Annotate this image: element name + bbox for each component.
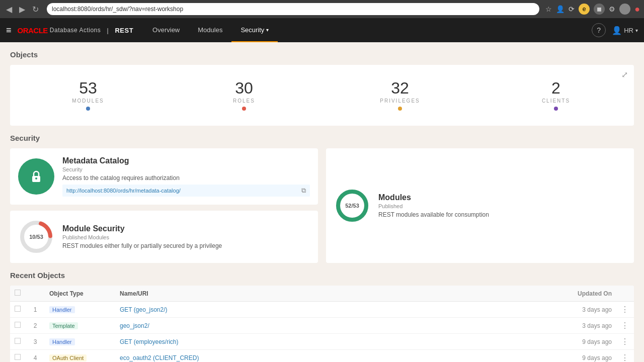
- refresh-button[interactable]: ↻: [30, 4, 41, 15]
- main-content: Objects ⤢ 53 MODULES 30 ROLES 32 PRIVILE…: [0, 42, 644, 362]
- back-button[interactable]: ◀: [4, 4, 14, 15]
- more-options-icon[interactable]: ⋮: [621, 353, 629, 362]
- stat-modules: 53 MODULES: [10, 75, 166, 116]
- history-icon[interactable]: ⟳: [569, 5, 575, 13]
- object-link[interactable]: eco_oauth2 (CLIENT_CRED): [120, 354, 199, 361]
- privileges-dot: [398, 107, 402, 111]
- table-body: 1 Handler GET (geo_json2/) 3 days ago ⋮ …: [10, 302, 634, 362]
- copy-url-button[interactable]: ⧉: [301, 187, 306, 195]
- nav-overview[interactable]: Overview: [143, 18, 189, 42]
- app-header: ≡ ORACLE Database Actions | REST Overvie…: [0, 18, 644, 42]
- row-updated: 3 days ago: [535, 322, 616, 329]
- modules-card-title: Modules: [378, 193, 489, 202]
- user-menu[interactable]: 👤 HR ▾: [612, 26, 638, 35]
- close-icon[interactable]: ●: [634, 4, 640, 15]
- table-row: 2 Template geo_json2/ 3 days ago ⋮: [10, 318, 634, 334]
- privileges-count: 32: [322, 80, 478, 96]
- profile-icon[interactable]: [619, 4, 630, 15]
- metadata-catalog-desc: Access to the catalog requires authoriza…: [62, 174, 310, 182]
- recent-objects-table: Object Type Name/URI Updated On 1 Handle…: [10, 286, 634, 362]
- row-actions[interactable]: ⋮: [616, 305, 634, 314]
- logo-divider: |: [107, 27, 109, 34]
- browser-toolbar-icons: ☆ 👤 ⟳ e ◼ ⚙ ●: [545, 4, 640, 15]
- module-security-donut: 10/53: [18, 219, 54, 255]
- app-nav: Overview Modules Security ▾: [143, 18, 278, 42]
- stat-clients: 2 CLIENTS: [478, 75, 634, 116]
- row-actions[interactable]: ⋮: [616, 353, 634, 362]
- url-bar[interactable]: localhost:8080/ords/hr/_sdw/?nav=rest-wo…: [47, 3, 539, 15]
- clients-dot: [554, 107, 558, 111]
- modules-donut-label: 52/53: [345, 203, 359, 209]
- module-security-card: 10/53 Module Security Published Modules …: [10, 211, 318, 263]
- row-checkbox: [10, 354, 25, 361]
- row-num: 2: [25, 322, 45, 329]
- more-options-icon[interactable]: ⋮: [621, 337, 629, 346]
- privileges-label: PRIVILEGES: [322, 98, 478, 104]
- row-type: Handler: [45, 306, 116, 313]
- row-num: 4: [25, 354, 45, 361]
- object-link[interactable]: GET (employees/rich): [120, 338, 178, 345]
- nav-security[interactable]: Security ▾: [231, 18, 278, 42]
- row-select-checkbox[interactable]: [15, 306, 21, 312]
- security-left-col: Metadata Catalog Security Access to the …: [10, 148, 318, 263]
- oracle-logo-text: ORACLE: [18, 26, 48, 35]
- security-right-col: 52/53 Modules Published REST modules ava…: [326, 148, 634, 263]
- row-select-checkbox[interactable]: [15, 338, 21, 344]
- row-type: OAuth Client: [45, 354, 116, 361]
- select-all-checkbox[interactable]: [15, 290, 21, 296]
- nav-modules[interactable]: Modules: [189, 18, 231, 42]
- star-icon[interactable]: ☆: [545, 5, 552, 13]
- expand-icon[interactable]: ⤢: [621, 70, 628, 79]
- module-security-donut-label: 10/53: [29, 234, 43, 240]
- more-options-icon[interactable]: ⋮: [621, 321, 629, 330]
- user-label: HR: [624, 27, 633, 34]
- module-security-desc: REST modules either fully or partially s…: [62, 242, 222, 249]
- recent-objects-section: Recent Objects Object Type Name/URI Upda…: [10, 271, 634, 362]
- help-button[interactable]: ?: [592, 23, 606, 37]
- module-security-subtitle: Published Modules: [62, 234, 222, 240]
- modules-card: 52/53 Modules Published REST modules ava…: [326, 148, 634, 263]
- extensions-icon[interactable]: ⚙: [609, 5, 615, 13]
- row-type: Template: [45, 322, 116, 329]
- modules-card-content: Modules Published REST modules available…: [378, 193, 489, 218]
- metadata-catalog-card: Metadata Catalog Security Access to the …: [10, 148, 318, 205]
- row-checkbox: [10, 322, 25, 329]
- svg-point-1: [35, 177, 37, 179]
- row-select-checkbox[interactable]: [15, 354, 21, 360]
- clients-count: 2: [478, 80, 634, 96]
- row-name: geo_json2/: [116, 322, 535, 329]
- forward-button[interactable]: ▶: [17, 4, 27, 15]
- roles-count: 30: [166, 80, 322, 96]
- object-link[interactable]: geo_json2/: [120, 322, 149, 329]
- objects-section-title: Objects: [10, 50, 634, 59]
- module-security-title: Module Security: [62, 224, 222, 233]
- stat-roles: 30 ROLES: [166, 75, 322, 116]
- modules-donut: 52/53: [334, 188, 370, 224]
- header-name: Name/URI: [116, 290, 535, 297]
- table-row: 4 OAuth Client eco_oauth2 (CLIENT_CRED) …: [10, 350, 634, 362]
- type-badge: Handler: [49, 338, 75, 345]
- more-options-icon[interactable]: ⋮: [621, 305, 629, 314]
- modules-count: 53: [10, 80, 166, 96]
- extension-icon-2[interactable]: ◼: [594, 4, 605, 15]
- row-select-checkbox[interactable]: [15, 322, 21, 328]
- hamburger-menu[interactable]: ≡: [6, 25, 12, 36]
- roles-label: ROLES: [166, 98, 322, 104]
- table-row: 3 Handler GET (employees/rich) 9 days ag…: [10, 334, 634, 350]
- object-link[interactable]: GET (geo_json2/): [120, 306, 168, 313]
- lock-icon-circle: [18, 158, 54, 195]
- security-section-title: Security: [10, 134, 634, 142]
- header-right: ? 👤 HR ▾: [592, 23, 638, 37]
- row-updated: 9 days ago: [535, 338, 616, 345]
- row-actions[interactable]: ⋮: [616, 321, 634, 330]
- app-logo: ORACLE Database Actions | REST: [18, 26, 134, 35]
- user-circle-icon[interactable]: 👤: [556, 5, 565, 13]
- row-actions[interactable]: ⋮: [616, 337, 634, 346]
- extension-icon-1[interactable]: e: [579, 4, 590, 15]
- row-name: GET (geo_json2/): [116, 306, 535, 313]
- metadata-url-text: http://localhost:8080/ords/hr/metadata-c…: [66, 188, 181, 194]
- modules-dot: [86, 107, 90, 111]
- db-actions-text: Database Actions: [50, 27, 101, 34]
- url-text: localhost:8080/ords/hr/_sdw/?nav=rest-wo…: [52, 6, 183, 13]
- row-updated: 9 days ago: [535, 354, 616, 361]
